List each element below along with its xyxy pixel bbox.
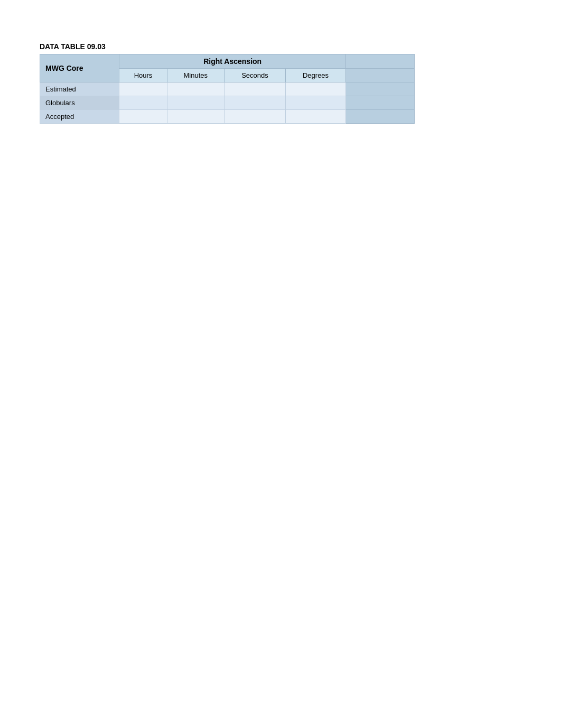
col-header-extra [346,54,415,69]
col-header-right-ascension: Right Ascension [119,54,346,69]
table-row: Globulars [40,96,415,110]
table-row: Estimated [40,82,415,96]
cell-globulars-extra [346,96,415,110]
row-label-estimated: Estimated [40,82,119,96]
cell-globulars-seconds [224,96,285,110]
cell-globulars-degrees [286,96,346,110]
cell-estimated-extra [346,82,415,96]
col-header-seconds: Seconds [224,69,285,82]
col-header-hours: Hours [119,69,167,82]
cell-accepted-hours [119,110,167,124]
cell-accepted-minutes [167,110,224,124]
cell-globulars-hours [119,96,167,110]
page-container: DATA TABLE 09.03 MWG Core Right Ascensio… [0,0,561,166]
table-body: Estimated Globulars Accepted [40,82,415,124]
cell-estimated-hours [119,82,167,96]
cell-accepted-degrees [286,110,346,124]
cell-globulars-minutes [167,96,224,110]
table-title: DATA TABLE 09.03 [40,42,521,51]
col-header-minutes: Minutes [167,69,224,82]
col-header-degrees: Degrees [286,69,346,82]
row-label-globulars: Globulars [40,96,119,110]
col-header-extra-sub [346,69,415,82]
cell-accepted-extra [346,110,415,124]
table-row: Accepted [40,110,415,124]
cell-estimated-degrees [286,82,346,96]
header-row-top: MWG Core Right Ascension [40,54,415,69]
cell-estimated-minutes [167,82,224,96]
col-header-mwg-core: MWG Core [40,54,119,82]
row-label-accepted: Accepted [40,110,119,124]
cell-accepted-seconds [224,110,285,124]
data-table: MWG Core Right Ascension Hours Minutes S… [40,54,415,124]
cell-estimated-seconds [224,82,285,96]
